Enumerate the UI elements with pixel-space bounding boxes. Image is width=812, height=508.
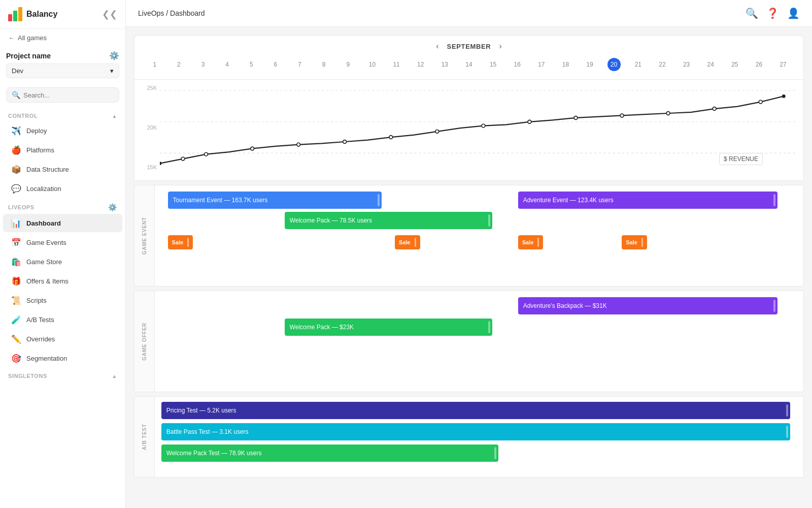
game-event-content: Tournament Event — 163.7K users Welcome …	[155, 185, 803, 286]
welcome-pack-event-bar[interactable]: Welcome Pack — 78.5K users	[285, 212, 492, 229]
back-nav[interactable]: ← All games	[0, 29, 125, 47]
dashboard-icon: 📊	[11, 218, 21, 228]
nav-label-localization: Localization	[26, 185, 61, 193]
date-cell-12[interactable]: 12	[409, 59, 433, 70]
game-events-icon: 📅	[11, 237, 21, 247]
sale-badge-4[interactable]: Sale	[622, 235, 647, 249]
chart-svg	[160, 85, 795, 170]
date-cell-8[interactable]: 8	[312, 59, 336, 70]
y-label-25k: 25K	[134, 85, 160, 91]
search-topbar-icon[interactable]: 🔍	[746, 7, 758, 19]
app-title: Balancy	[26, 10, 57, 19]
nav-item-ab-tests[interactable]: 🧪 A/B Tests	[3, 310, 122, 329]
search-box[interactable]: 🔍	[6, 87, 119, 103]
singletons-section-label: SINGLETONS ▲	[0, 368, 125, 381]
date-cell-17[interactable]: 17	[529, 59, 554, 70]
nav-item-segmentation[interactable]: 🎯 Segmentation	[3, 349, 122, 367]
env-select[interactable]: Dev ▾	[6, 64, 119, 78]
nav-item-platforms[interactable]: 🍎 Platforms	[3, 141, 122, 159]
nav-item-data-structure[interactable]: 📦 Data Structure	[3, 160, 122, 178]
svg-point-14	[482, 124, 485, 128]
dashboard: ‹ SEPTEMBER › 12345678910111213141516171…	[126, 27, 812, 508]
nav-item-dashboard[interactable]: 📊 Dashboard	[3, 214, 122, 232]
nav-item-game-store[interactable]: 🛍️ Game Store	[3, 252, 122, 271]
control-chevron-icon: ▲	[112, 113, 117, 119]
nav-item-offers-items[interactable]: 🎁 Offers & Items	[3, 272, 122, 290]
nav-label-ab-tests: A/B Tests	[26, 316, 54, 324]
svg-point-16	[574, 116, 578, 120]
date-cell-2[interactable]: 2	[167, 59, 191, 70]
date-cell-15[interactable]: 15	[481, 59, 505, 70]
liveops-gear-icon[interactable]: ⚙️	[108, 203, 117, 211]
date-cell-26[interactable]: 26	[747, 59, 771, 70]
month-nav: ‹ SEPTEMBER ›	[143, 42, 795, 51]
date-cell-21[interactable]: 21	[626, 59, 651, 70]
project-gear-icon[interactable]: ⚙️	[109, 51, 119, 60]
game-event-label-col: GAME EVENT	[134, 185, 155, 286]
sale-badge-3[interactable]: Sale	[518, 235, 544, 249]
prev-month-button[interactable]: ‹	[436, 42, 438, 51]
adventures-backpack-bar[interactable]: Adventure's Backpack — $31K	[518, 297, 777, 314]
nav-item-scripts[interactable]: 📜 Scripts	[3, 291, 122, 309]
date-cell-25[interactable]: 25	[723, 59, 747, 70]
back-arrow-icon: ←	[8, 34, 15, 42]
svg-rect-2	[18, 7, 22, 21]
date-cell-14[interactable]: 14	[457, 59, 481, 70]
revenue-chart-label: $ REVENUE	[719, 153, 763, 165]
collapse-button[interactable]: ❮❮	[102, 9, 117, 20]
tournament-event-bar[interactable]: Tournament Event — 163.7K users	[168, 192, 382, 209]
ab-tests-icon: 🧪	[11, 314, 21, 325]
sale-badge-2[interactable]: Sale	[395, 235, 420, 249]
pricing-test-bar[interactable]: Pricing Test — 5.2K users	[161, 402, 791, 419]
date-cell-13[interactable]: 13	[433, 59, 457, 70]
date-cell-4[interactable]: 4	[215, 59, 240, 70]
date-cell-23[interactable]: 23	[674, 59, 699, 70]
sale-badge-1[interactable]: Sale	[168, 235, 193, 249]
platforms-icon: 🍎	[11, 145, 21, 155]
nav-item-deploy[interactable]: ✈️ Deploy	[3, 121, 122, 140]
game-offer-label: GAME OFFER	[142, 323, 147, 361]
date-cell-3[interactable]: 3	[191, 59, 215, 70]
ab-test-content: Pricing Test — 5.2K users Battle Pass Te…	[155, 397, 803, 477]
main-content: LiveOps / Dashboard 🔍 ❓ 👤 ‹ SEPTEMBER › …	[126, 0, 812, 508]
date-cell-6[interactable]: 6	[263, 59, 288, 70]
svg-point-13	[435, 130, 439, 133]
date-cell-5[interactable]: 5	[240, 59, 264, 70]
game-event-label: GAME EVENT	[142, 217, 147, 255]
nav-label-segmentation: Segmentation	[26, 355, 67, 362]
nav-item-localization[interactable]: 💬 Localization	[3, 179, 122, 198]
search-input[interactable]	[23, 91, 114, 99]
breadcrumb-separator: /	[166, 9, 170, 17]
nav-item-overrides[interactable]: ✏️ Overrides	[3, 330, 122, 348]
date-cell-1[interactable]: 1	[143, 59, 167, 70]
user-icon[interactable]: 👤	[787, 7, 800, 19]
battle-pass-test-bar[interactable]: Battle Pass Test — 3.1K users	[161, 423, 791, 440]
svg-point-19	[713, 107, 716, 111]
welcome-pack-test-bar[interactable]: Welcome Pack Test — 78.9K users	[161, 444, 499, 462]
adventure-event-bar[interactable]: Adventure Event — 123.4K users	[518, 192, 777, 209]
control-section-label: CONTROL ▲	[0, 108, 125, 121]
svg-point-12	[389, 136, 393, 139]
date-cell-20[interactable]: 20	[602, 56, 626, 73]
sidebar: Balancy ❮❮ ← All games Project name ⚙️ D…	[0, 0, 126, 508]
date-cell-10[interactable]: 10	[360, 59, 385, 70]
nav-label-data-structure: Data Structure	[26, 166, 69, 173]
date-cell-22[interactable]: 22	[650, 59, 674, 70]
dates-row: 1234567891011121314151617181920212223242…	[143, 56, 795, 73]
game-offer-content: Adventure's Backpack — $31K Welcome Pack…	[155, 291, 803, 392]
date-cell-11[interactable]: 11	[384, 59, 409, 70]
nav-label-game-events: Game Events	[26, 239, 66, 246]
date-cell-18[interactable]: 18	[554, 59, 578, 70]
help-icon[interactable]: ❓	[766, 7, 779, 19]
sidebar-header: Balancy ❮❮	[0, 0, 125, 29]
date-cell-9[interactable]: 9	[336, 59, 360, 70]
welcome-pack-offer-bar[interactable]: Welcome Pack — $23K	[285, 319, 492, 336]
date-cell-24[interactable]: 24	[698, 59, 723, 70]
date-cell-16[interactable]: 16	[505, 59, 529, 70]
date-cell-27[interactable]: 27	[771, 59, 795, 70]
svg-point-21	[782, 94, 786, 98]
date-cell-7[interactable]: 7	[288, 59, 312, 70]
nav-item-game-events[interactable]: 📅 Game Events	[3, 233, 122, 251]
date-cell-19[interactable]: 19	[578, 59, 602, 70]
next-month-button[interactable]: ›	[499, 42, 501, 51]
